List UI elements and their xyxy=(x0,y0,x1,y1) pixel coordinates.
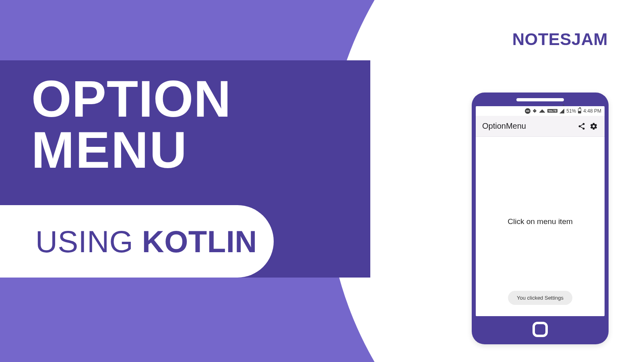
appbar-title: OptionMenu xyxy=(482,121,576,131)
wifi-icon xyxy=(539,109,545,112)
battery-icon xyxy=(578,108,581,113)
headline: OPTION MENU xyxy=(31,74,231,175)
subtitle-bold: KOTLIN xyxy=(142,224,257,259)
phone-speaker xyxy=(516,98,564,101)
bluetooth-icon: ❖ xyxy=(533,108,537,114)
clock: 4:48 PM xyxy=(583,108,601,114)
app-content: Click on menu item You clicked Settings xyxy=(476,137,605,316)
volte-badge: VoLTE xyxy=(547,109,557,113)
phone-screen: ❖ VoLTE 51% 4:48 PM OptionMenu Click on … xyxy=(476,106,605,316)
toast-message: You clicked Settings xyxy=(508,291,572,305)
phone-mockup: ❖ VoLTE 51% 4:48 PM OptionMenu Click on … xyxy=(472,93,609,344)
subtitle: USING KOTLIN xyxy=(35,224,257,259)
headline-line2: MENU xyxy=(31,125,231,176)
app-bar: OptionMenu xyxy=(476,116,605,137)
dnd-icon xyxy=(525,108,530,114)
subtitle-pill: USING KOTLIN xyxy=(0,205,274,278)
battery-pct: 51% xyxy=(566,108,576,114)
headline-line1: OPTION xyxy=(31,74,231,125)
phone-home-button[interactable] xyxy=(533,322,548,337)
status-bar: ❖ VoLTE 51% 4:48 PM xyxy=(476,106,605,116)
gear-icon[interactable] xyxy=(588,120,600,132)
signal-icon xyxy=(559,109,564,113)
brand-label: NOTESJAM xyxy=(512,30,608,49)
subtitle-thin: USING xyxy=(35,224,142,259)
hint-text: Click on menu item xyxy=(508,217,573,226)
share-icon[interactable] xyxy=(576,120,588,132)
